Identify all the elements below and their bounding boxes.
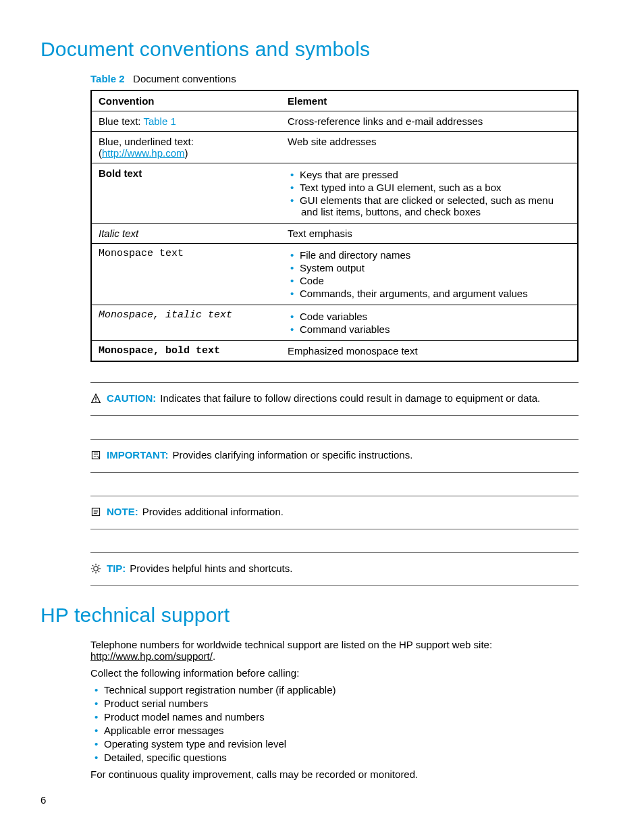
admonition-tip: TIP: Provides helpful hints and shortcut… [90,558,599,580]
important-icon [90,450,103,463]
divider [90,529,579,529]
support-collect: Collect the following information before… [90,667,599,679]
admon-label: CAUTION: [107,392,156,404]
table-label: Table 2 [90,73,125,84]
table-caption-text: Document conventions [133,73,236,84]
table-caption: Table 2 Document conventions [90,73,599,84]
list-item: Command variables [301,323,570,335]
elem-monospace: File and directory names System output C… [281,244,578,305]
admon-text: Provides helpful hints and shortcuts. [130,563,599,574]
conventions-table: Convention Element Blue text: Table 1 Cr… [90,90,579,362]
admon-label: NOTE: [107,506,138,517]
conv-mono-italic: Monospace, italic text [91,305,281,341]
svg-line-10 [92,565,94,567]
conv-blue-underlined: Blue, underlined text: (http://www.hp.co… [91,132,281,163]
admonition-important: IMPORTANT: Provides clarifying informati… [90,445,599,467]
caution-icon [90,393,103,406]
table-header-row: Convention Element [91,90,578,111]
conv-mono-bold: Monospace, bold text [91,341,281,362]
list-item: Keys that are pressed [301,169,570,180]
admon-text: Indicates that failure to follow directi… [160,392,599,404]
divider [90,439,579,440]
list-item: Applicable error messages [107,725,599,736]
list-item: Code variables [301,311,570,322]
text: Blue text: [99,115,143,127]
table-row: Italic text Text emphasis [91,224,578,244]
table-row: Monospace, bold text Emphasized monospac… [91,341,578,362]
text: Italic text [99,228,138,239]
support-intro: Telephone numbers for worldwide technica… [90,639,599,662]
support-recorded: For continuous quality improvement, call… [90,768,599,780]
web-link[interactable]: http://www.hp.com [102,147,185,159]
admonition-note: NOTE: Provides additional information. [90,502,599,523]
list-item: System output [301,262,570,273]
conv-monospace: Monospace text [91,244,281,305]
elem-italic: Text emphasis [281,224,578,244]
admonition-caution: CAUTION: Indicates that failure to follo… [90,388,599,410]
text: Bold text [99,167,142,179]
list-item: Product serial numbers [107,698,599,709]
list-item: Text typed into a GUI element, such as a… [301,182,570,193]
text: Blue, underlined text: [99,136,194,147]
svg-point-2 [95,401,96,402]
table-row: Bold text Keys that are pressed Text typ… [91,163,578,224]
list-item: File and directory names [301,249,570,261]
conv-italic: Italic text [91,224,281,244]
admon-label: IMPORTANT: [107,449,168,461]
table-row: Monospace text File and directory names … [91,244,578,305]
list-item: Technical support registration number (i… [107,684,599,696]
table-row: Monospace, italic text Code variables Co… [91,305,578,341]
list-item: Code [301,275,570,286]
elem-bold: Keys that are pressed Text typed into a … [281,163,578,224]
heading-conventions: Document conventions and symbols [41,38,599,61]
divider [90,496,579,496]
text: Monospace, bold text [99,345,220,357]
table-row: Blue, underlined text: (http://www.hp.co… [91,132,578,163]
divider [90,382,579,383]
svg-rect-3 [92,451,99,459]
heading-support: HP technical support [41,604,599,627]
admon-text: Provides clarifying information or speci… [172,449,599,461]
support-link[interactable]: http://www.hp.com/support/ [90,650,213,662]
elem-web: Web site addresses [281,132,578,163]
admon-label: TIP: [107,563,126,574]
elem-mono-bold: Emphasized monospace text [281,341,578,362]
support-list: Technical support registration number (i… [90,684,599,763]
conv-blue-text: Blue text: Table 1 [91,111,281,132]
text: Monospace, italic text [99,309,232,321]
elem-mono-italic: Code variables Command variables [281,305,578,341]
list-item: Operating system type and revision level [107,738,599,750]
tip-icon [90,563,103,576]
th-element: Element [281,90,578,111]
list-item: Commands, their arguments, and argument … [301,288,570,299]
divider [90,472,579,473]
th-convention: Convention [91,90,281,111]
note-icon [90,506,103,519]
divider [90,585,579,586]
svg-line-13 [92,571,94,573]
cross-ref-link[interactable]: Table 1 [143,115,176,127]
admon-text: Provides additional information. [142,506,599,517]
text: . [213,650,215,662]
list-item: Product model names and numbers [107,711,599,723]
elem-crossref: Cross-reference links and e-mail address… [281,111,578,132]
page-number: 6 [41,794,46,806]
table-row: Blue text: Table 1 Cross-reference links… [91,111,578,132]
svg-point-5 [94,567,98,571]
conv-bold: Bold text [91,163,281,224]
text: Telephone numbers for worldwide technica… [90,639,492,650]
list-item: GUI elements that are clicked or selecte… [301,194,570,217]
list-item: Detailed, specific questions [107,752,599,763]
divider [90,552,579,553]
svg-line-11 [99,571,100,573]
svg-line-12 [99,565,100,567]
divider [90,415,579,416]
